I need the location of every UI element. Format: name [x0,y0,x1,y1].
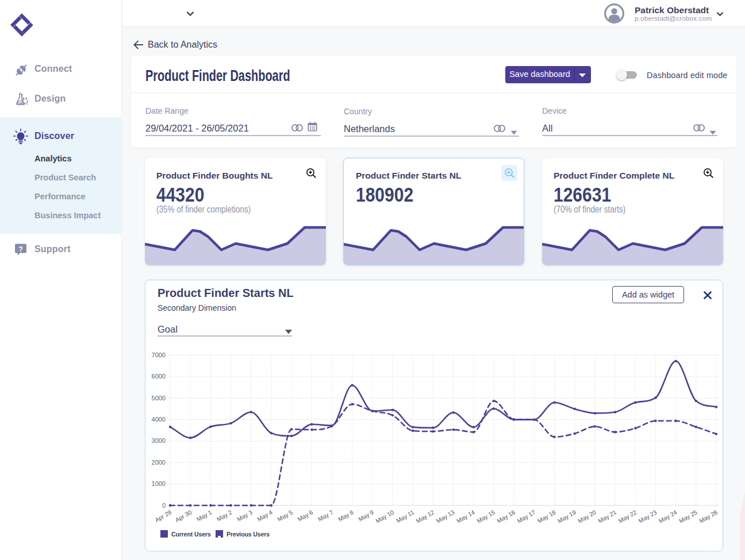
svg-text:May 1: May 1 [195,508,213,523]
svg-text:May 3: May 3 [236,508,254,523]
svg-text:May 16: May 16 [496,508,516,524]
svg-text:May 21: May 21 [597,508,617,524]
svg-text:Apr 30: Apr 30 [174,508,193,523]
svg-text:?: ? [18,245,23,253]
svg-text:0: 0 [162,502,166,509]
svg-text:3000: 3000 [152,437,166,444]
svg-text:May 9: May 9 [357,508,375,523]
svg-text:May 23: May 23 [638,508,658,524]
svg-text:May 18: May 18 [536,508,557,524]
svg-text:2000: 2000 [152,459,166,466]
svg-text:May 22: May 22 [617,508,638,524]
svg-text:7000: 7000 [152,352,166,358]
svg-text:May 4: May 4 [256,508,274,523]
svg-text:May 14: May 14 [455,508,476,524]
svg-text:May 17: May 17 [516,508,536,524]
svg-text:May 26: May 26 [698,508,719,524]
svg-text:May 2: May 2 [216,508,233,523]
svg-text:May 24: May 24 [658,508,678,524]
svg-text:May 10: May 10 [374,508,395,524]
svg-text:6000: 6000 [152,373,166,380]
svg-text:May 19: May 19 [556,508,577,524]
svg-text:May 5: May 5 [276,508,294,523]
svg-text:May 8: May 8 [337,508,355,523]
svg-text:May 12: May 12 [415,508,436,524]
svg-text:May 6: May 6 [297,508,314,523]
svg-text:4000: 4000 [152,416,166,423]
svg-text:May 11: May 11 [395,508,415,524]
svg-text:May 25: May 25 [678,508,698,524]
svg-text:May 13: May 13 [435,508,456,524]
svg-text:Apr 29: Apr 29 [153,508,172,523]
svg-text:May 7: May 7 [317,508,335,523]
svg-text:1000: 1000 [152,480,166,487]
svg-text:May 20: May 20 [577,508,597,524]
svg-text:May 15: May 15 [475,508,496,524]
svg-text:5000: 5000 [152,395,166,401]
